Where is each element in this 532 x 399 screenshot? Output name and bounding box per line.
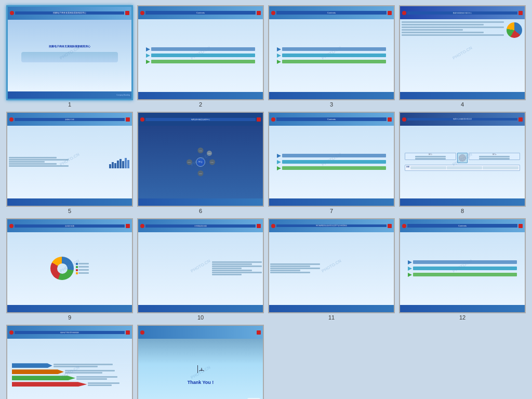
- slide-container-4: 数据分析报告统计展示中心 PHOTO.CN: [399, 5, 526, 108]
- slide-container-13: 指标电子商务系列成就指标: [6, 325, 133, 399]
- slide-thumb-8[interactable]: 电商中心功能职责对照关系 部门A 部门B: [399, 112, 526, 207]
- slide-container-6: 电商业务功能定位的形中心 中心 LAPS CAPS GAPS MAPS: [137, 112, 264, 214]
- pie-chart-4: [507, 22, 522, 38]
- slide-thumb-11[interactable]: 举行电商委员会业务安全运营产品分析座谈会: [268, 218, 395, 313]
- slide-container-12: Contents: [399, 218, 526, 321]
- slide-title-1: 招募电子商务支展南际展新精英用心: [49, 45, 90, 48]
- slide-thumb-7[interactable]: Contents: [268, 112, 395, 207]
- slide-container-8: 电商中心功能职责对照关系 部门A 部门B: [399, 112, 526, 214]
- slide-num-3: 3: [330, 101, 333, 108]
- slide-thumb-10[interactable]: 中华网络商务有限: [137, 218, 264, 313]
- slide-container-11: 举行电商委员会业务安全运营产品分析座谈会: [268, 218, 395, 321]
- slide-thumb-12[interactable]: Contents: [399, 218, 526, 313]
- slide-thumb-3[interactable]: Contents: [268, 5, 395, 100]
- slide-container-9: 业务量分析图 PHOTO.CN 9: [6, 218, 133, 321]
- slide-thumb-6[interactable]: 电商业务功能定位的形中心 中心 LAPS CAPS GAPS MAPS: [137, 112, 264, 207]
- slide-num-9: 9: [68, 314, 71, 321]
- slide-num-12: 12: [459, 314, 466, 321]
- slide-num-7: 7: [330, 208, 333, 214]
- slide-thumb-9[interactable]: 业务量分析图 PHOTO.CN: [6, 218, 133, 313]
- slide-header-text-1: 招募电子商务发展南际展新精英用心: [15, 11, 124, 15]
- slide-container-7: Contents: [268, 112, 395, 214]
- slide-container-5: 业绩统计分析: [6, 112, 133, 214]
- bar-chart-5: [109, 155, 129, 168]
- slide-thumb-2[interactable]: Contents: [137, 5, 264, 100]
- slide-thumb-14[interactable]: Thank You ! PHOTO.CN: [137, 325, 264, 399]
- slide-container-3: Contents: [268, 5, 395, 108]
- slide-container-2: Contents: [137, 5, 264, 108]
- slide-num-1: 1: [68, 101, 71, 108]
- slide-thumb-5[interactable]: 业绩统计分析: [6, 112, 133, 207]
- slide-num-5: 5: [68, 208, 71, 214]
- slide-thumb-4[interactable]: 数据分析报告统计展示中心 PHOTO.CN: [399, 5, 526, 100]
- slide-container-14: Thank You ! PHOTO.CN 14: [137, 325, 264, 399]
- slide-container-10: 中华网络商务有限: [137, 218, 264, 321]
- slide-num-2: 2: [199, 101, 202, 108]
- slide-num-4: 4: [461, 101, 464, 108]
- thankyou-text: Thank You !: [188, 380, 214, 385]
- slide-num-11: 11: [328, 314, 335, 321]
- slide-thumb-1[interactable]: 招募电子商务发展南际展新精英用心 招募电子商务支展南际展新精英用心 Compan…: [6, 5, 133, 100]
- slide-container-1: 招募电子商务发展南际展新精英用心 招募电子商务支展南际展新精英用心 Compan…: [6, 5, 133, 108]
- circle-diagram-6: 中心 LAPS CAPS GAPS MAPS NAPS: [187, 148, 215, 176]
- slide-num-8: 8: [461, 208, 464, 214]
- donut-chart-9: [50, 257, 74, 280]
- slide-thumb-13[interactable]: 指标电子商务系列成就指标: [6, 325, 133, 399]
- slide-logo-1: [10, 11, 14, 15]
- slide-wave: [21, 52, 118, 62]
- slide-num-10: 10: [197, 314, 204, 321]
- slide-grid: 招募电子商务发展南际展新精英用心 招募电子商务支展南际展新精英用心 Compan…: [0, 0, 532, 399]
- slide-num-6: 6: [199, 208, 202, 214]
